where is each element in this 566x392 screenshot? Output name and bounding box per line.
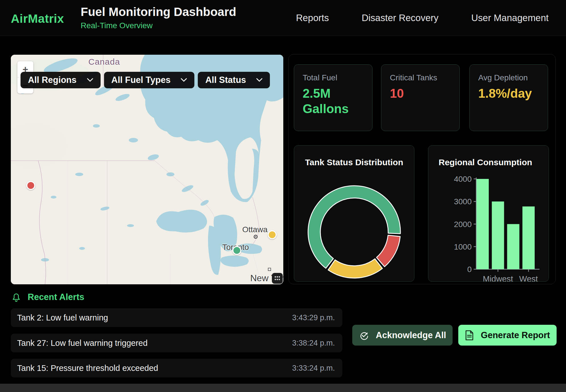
stat-label: Avg Depletion bbox=[478, 73, 539, 82]
app-header: AirMatrix Fuel Monitoring Dashboard Real… bbox=[0, 0, 566, 36]
alert-row: Tank 27: Low fuel warning triggered 3:38… bbox=[11, 334, 342, 352]
main-nav: Reports Disaster Recovery User Managemen… bbox=[296, 0, 549, 36]
bottom-scrollbar[interactable] bbox=[0, 384, 566, 392]
chevron-down-icon bbox=[181, 78, 187, 82]
regional-consumption-bar-chart: 01000200030004000MidwestWest bbox=[428, 146, 549, 282]
alert-timestamp: 3:33:24 p.m. bbox=[292, 364, 335, 373]
page-root: { "header": { "brand": "AirMatrix", "tit… bbox=[0, 0, 566, 392]
document-icon bbox=[465, 330, 474, 341]
status-filter-select[interactable]: All Status bbox=[198, 72, 270, 88]
check-circle-icon bbox=[359, 330, 369, 340]
page-title: Fuel Monitoring Dashboard bbox=[81, 5, 236, 19]
critical-tank-marker[interactable] bbox=[26, 181, 35, 190]
stat-value: 2.5M Gallons bbox=[303, 86, 364, 116]
fuel-type-filter-value: All Fuel Types bbox=[111, 75, 171, 85]
tank-status-chart-title: Tank Status Distribution bbox=[294, 158, 414, 167]
bar-midwest bbox=[492, 201, 504, 269]
title-block: Fuel Monitoring Dashboard Real-Time Over… bbox=[81, 5, 236, 30]
alert-row: Tank 2: Low fuel warning 3:43:29 p.m. bbox=[11, 308, 342, 327]
stat-label: Critical Tanks bbox=[390, 73, 451, 82]
alert-message: Tank 27: Low fuel warning triggered bbox=[17, 338, 148, 348]
map-resize-handle[interactable] bbox=[272, 273, 283, 284]
map-label-ottawa: Ottawa bbox=[242, 225, 268, 234]
acknowledge-all-label: Acknowledge All bbox=[376, 330, 446, 340]
alert-timestamp: 3:38:24 p.m. bbox=[292, 339, 335, 348]
bell-icon bbox=[11, 292, 21, 303]
bar-region-3 bbox=[507, 224, 519, 270]
stat-value: 1.8%/day bbox=[478, 86, 539, 101]
fuel-type-filter-select[interactable]: All Fuel Types bbox=[104, 72, 195, 88]
region-filter-select[interactable]: All Regions bbox=[21, 72, 101, 88]
alert-message: Tank 2: Low fuel warning bbox=[17, 313, 108, 322]
generate-report-button[interactable]: Generate Report bbox=[458, 325, 557, 346]
stat-value: 10 bbox=[390, 86, 451, 101]
brand-logo: AirMatrix bbox=[11, 12, 64, 26]
grip-dots-icon bbox=[274, 275, 281, 282]
bar-region-1 bbox=[477, 179, 489, 269]
alert-row: Tank 15: Pressure threshold exceeded 3:3… bbox=[11, 359, 342, 377]
map-filter-bar: All Regions All Fuel Types All Status bbox=[21, 72, 270, 88]
chevron-down-icon bbox=[87, 78, 93, 82]
map-panel[interactable]: Canada Ottawa Toronto New York + − All R… bbox=[11, 55, 283, 284]
tick-label: 2000 bbox=[454, 220, 472, 229]
alerts-title: Recent Alerts bbox=[28, 292, 84, 302]
stat-card-avg-depletion: Avg Depletion 1.8%/day bbox=[469, 64, 548, 131]
stat-card-critical-tanks: Critical Tanks 10 bbox=[381, 64, 460, 131]
overview-panel: Total Fuel 2.5M Gallons Critical Tanks 1… bbox=[288, 54, 556, 284]
tick-label: 4000 bbox=[454, 175, 472, 183]
regional-consumption-chart-panel: Regional Consumption 01000200030004000Mi… bbox=[428, 145, 549, 282]
bar-west bbox=[522, 207, 535, 269]
status-filter-value: All Status bbox=[205, 75, 246, 85]
stat-label: Total Fuel bbox=[303, 73, 364, 82]
tick-label: West bbox=[519, 274, 538, 282]
alert-message: Tank 15: Pressure threshold exceeded bbox=[17, 364, 158, 373]
alerts-header: Recent Alerts bbox=[11, 292, 84, 303]
nav-item-user-management[interactable]: User Management bbox=[471, 13, 549, 23]
nav-item-disaster-recovery[interactable]: Disaster Recovery bbox=[362, 13, 439, 23]
ottawa-town-marker bbox=[254, 235, 258, 239]
new-york-town-marker bbox=[268, 268, 271, 271]
tick-label: 1000 bbox=[454, 242, 472, 251]
tick-label: 3000 bbox=[454, 197, 472, 206]
normal-tank-marker[interactable] bbox=[232, 246, 241, 255]
nav-item-reports[interactable]: Reports bbox=[296, 13, 329, 23]
tick-label: 0 bbox=[467, 265, 472, 274]
map-label-canada: Canada bbox=[88, 57, 120, 67]
tank-status-chart-panel: Tank Status Distribution bbox=[294, 145, 414, 282]
generate-report-label: Generate Report bbox=[481, 330, 550, 340]
tick-label: Midwest bbox=[483, 274, 513, 282]
stat-card-total-fuel: Total Fuel 2.5M Gallons bbox=[294, 64, 372, 131]
donut-segment-critical bbox=[376, 235, 400, 267]
tank-status-donut-chart bbox=[307, 185, 401, 279]
alert-timestamp: 3:43:29 p.m. bbox=[292, 313, 335, 322]
acknowledge-all-button[interactable]: Acknowledge All bbox=[352, 325, 453, 346]
chevron-down-icon bbox=[256, 78, 262, 82]
page-subtitle: Real-Time Overview bbox=[81, 21, 236, 30]
region-filter-value: All Regions bbox=[28, 75, 77, 85]
donut-segment-warning bbox=[328, 259, 382, 278]
warning-tank-marker[interactable] bbox=[268, 230, 277, 239]
